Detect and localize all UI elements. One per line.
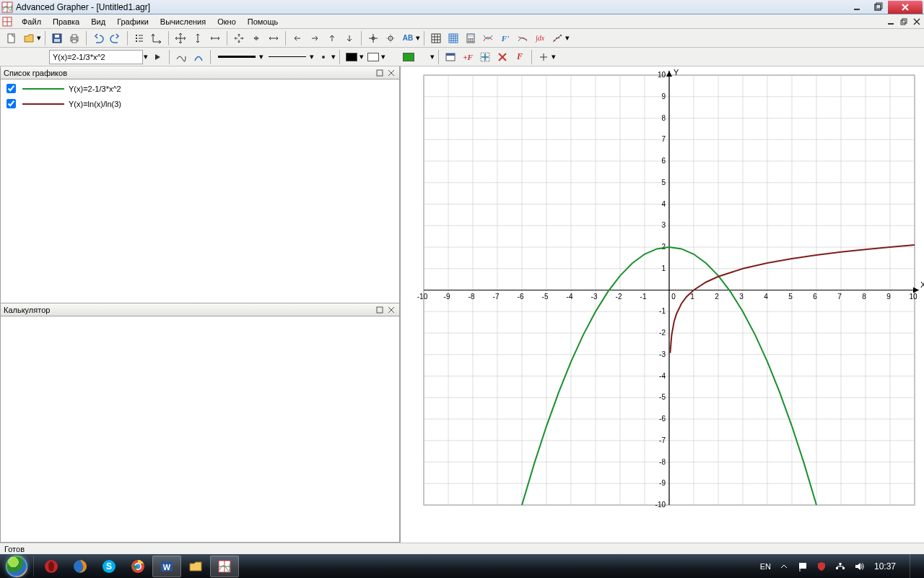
task-skype-icon[interactable]: S bbox=[95, 556, 123, 577]
menu-graphs[interactable]: Графики bbox=[111, 16, 154, 27]
add-function-red-button[interactable]: +F bbox=[460, 49, 476, 65]
regression-dropdown-icon[interactable]: ▾ bbox=[565, 33, 570, 43]
color-white-dropdown-icon[interactable]: ▾ bbox=[380, 52, 386, 61]
task-chrome-icon[interactable] bbox=[123, 556, 152, 577]
menu-view[interactable]: Вид bbox=[85, 16, 111, 27]
svg-point-130 bbox=[48, 561, 54, 571]
list-item[interactable]: Y(x)=2-1/3*x^2 bbox=[2, 81, 398, 96]
tray-network-icon[interactable] bbox=[834, 561, 846, 572]
delete-function-button[interactable] bbox=[494, 49, 510, 65]
menu-help[interactable]: Помощь bbox=[242, 16, 284, 27]
tray-volume-icon[interactable] bbox=[853, 561, 865, 572]
regression-button[interactable] bbox=[549, 30, 565, 46]
snap-dropdown-icon[interactable]: ▾ bbox=[551, 52, 557, 61]
show-desktop-button[interactable] bbox=[910, 554, 917, 578]
list-item-checkbox[interactable] bbox=[6, 84, 16, 93]
calculator-float-icon[interactable] bbox=[375, 305, 385, 315]
calculator-button[interactable] bbox=[463, 30, 479, 46]
formula-go-button[interactable] bbox=[149, 49, 165, 65]
point-dropdown-icon[interactable]: ▾ bbox=[331, 52, 336, 61]
formula-dropdown-icon[interactable]: ▾ bbox=[143, 52, 149, 61]
thickness-dropdown-icon[interactable]: ▾ bbox=[258, 52, 264, 61]
color-main-button[interactable] bbox=[387, 49, 430, 65]
props-button[interactable] bbox=[443, 49, 458, 65]
undo-button[interactable] bbox=[90, 30, 106, 46]
trace-button[interactable] bbox=[383, 30, 398, 46]
graphlist-close-icon[interactable] bbox=[386, 68, 396, 78]
pan-horizontal-button[interactable] bbox=[207, 30, 223, 46]
intersect-button[interactable] bbox=[480, 30, 496, 46]
zoom-in-hv-button[interactable] bbox=[248, 30, 264, 46]
tangent-button[interactable] bbox=[515, 30, 531, 46]
add-function-blue-button[interactable] bbox=[477, 49, 493, 65]
mdi-close-icon[interactable] bbox=[911, 17, 923, 27]
arrow-right-button[interactable] bbox=[307, 30, 323, 46]
arrow-down-button[interactable] bbox=[341, 30, 357, 46]
color-main-dropdown-icon[interactable]: ▾ bbox=[430, 52, 435, 61]
color-white-button[interactable] bbox=[365, 49, 381, 65]
derivative-button[interactable]: F' bbox=[497, 30, 513, 46]
open-button[interactable] bbox=[21, 30, 37, 46]
task-advgrapher-icon[interactable] bbox=[210, 556, 239, 577]
svg-text:2: 2 bbox=[661, 243, 666, 251]
task-word-icon[interactable]: W bbox=[152, 556, 181, 577]
list-item[interactable]: Y(x)=ln(x)/ln(3) bbox=[2, 96, 398, 111]
close-button[interactable] bbox=[888, 1, 923, 14]
task-opera-icon[interactable] bbox=[37, 556, 66, 577]
minimize-button[interactable] bbox=[846, 1, 868, 14]
open-dropdown-icon[interactable]: ▾ bbox=[36, 33, 42, 43]
save-button[interactable] bbox=[49, 30, 65, 46]
mdi-restore-icon[interactable] bbox=[898, 17, 910, 27]
grid-button[interactable] bbox=[445, 30, 461, 46]
taskbar-clock[interactable]: 10:37 bbox=[872, 561, 898, 571]
arrow-up-button[interactable] bbox=[324, 30, 340, 46]
graphlist-float-icon[interactable] bbox=[375, 68, 385, 78]
zoom-center-button[interactable] bbox=[231, 30, 247, 46]
point-style-button[interactable] bbox=[315, 49, 331, 65]
line-dash-selector[interactable] bbox=[265, 49, 310, 65]
maximize-button[interactable] bbox=[868, 1, 888, 14]
tray-up-icon[interactable] bbox=[778, 561, 790, 572]
color-black-button[interactable] bbox=[344, 49, 359, 65]
redo-button[interactable] bbox=[108, 30, 123, 46]
svg-text:5: 5 bbox=[788, 293, 793, 301]
new-button[interactable] bbox=[4, 30, 19, 46]
arrow-left-button[interactable] bbox=[289, 30, 305, 46]
chart-area[interactable]: -10-9-8-7-6-5-4-3-2-1012345678910-10-9-8… bbox=[401, 66, 924, 543]
task-firefox-icon[interactable] bbox=[66, 556, 95, 577]
curve-style2-button[interactable] bbox=[191, 49, 206, 65]
line-thickness-selector[interactable] bbox=[214, 49, 259, 65]
calculator-close-icon[interactable] bbox=[386, 305, 396, 315]
menu-file[interactable]: Файл bbox=[16, 16, 47, 27]
mdi-minimize-icon[interactable] bbox=[885, 17, 897, 27]
start-button[interactable] bbox=[3, 554, 30, 578]
task-explorer-icon[interactable] bbox=[181, 556, 210, 577]
zoom-out-hv-button[interactable] bbox=[266, 30, 282, 46]
menu-edit[interactable]: Правка bbox=[47, 16, 85, 27]
axes-props-button[interactable] bbox=[149, 30, 165, 46]
text-label-button[interactable]: AB bbox=[400, 30, 416, 46]
svg-text:-4: -4 bbox=[659, 372, 666, 380]
table-button[interactable] bbox=[428, 30, 444, 46]
integral-button[interactable]: ∫dx bbox=[532, 30, 548, 46]
dash-dropdown-icon[interactable]: ▾ bbox=[309, 52, 315, 61]
tray-flag-icon[interactable] bbox=[797, 561, 808, 572]
calculator-header: Калькулятор bbox=[0, 303, 400, 316]
language-indicator[interactable]: EN bbox=[760, 562, 771, 571]
tray-shield-icon[interactable] bbox=[816, 561, 827, 572]
color-black-dropdown-icon[interactable]: ▾ bbox=[359, 52, 365, 61]
function-f-button[interactable]: F bbox=[512, 49, 528, 65]
crosshair-button[interactable] bbox=[365, 30, 381, 46]
formula-input[interactable]: Y(x)=2-1/3*x^2 bbox=[49, 50, 143, 64]
menu-window[interactable]: Окно bbox=[212, 16, 242, 27]
move-tool-button[interactable] bbox=[173, 30, 188, 46]
menu-calc[interactable]: Вычисления bbox=[154, 16, 212, 27]
calculator-body[interactable] bbox=[0, 316, 400, 543]
pan-vertical-button[interactable] bbox=[190, 30, 206, 46]
graph-list-button[interactable] bbox=[131, 30, 147, 46]
print-button[interactable] bbox=[66, 30, 82, 46]
snap-button[interactable] bbox=[536, 49, 552, 65]
curve-style1-button[interactable] bbox=[173, 49, 189, 65]
text-label-dropdown-icon[interactable]: ▾ bbox=[415, 33, 421, 43]
list-item-checkbox[interactable] bbox=[6, 99, 16, 108]
